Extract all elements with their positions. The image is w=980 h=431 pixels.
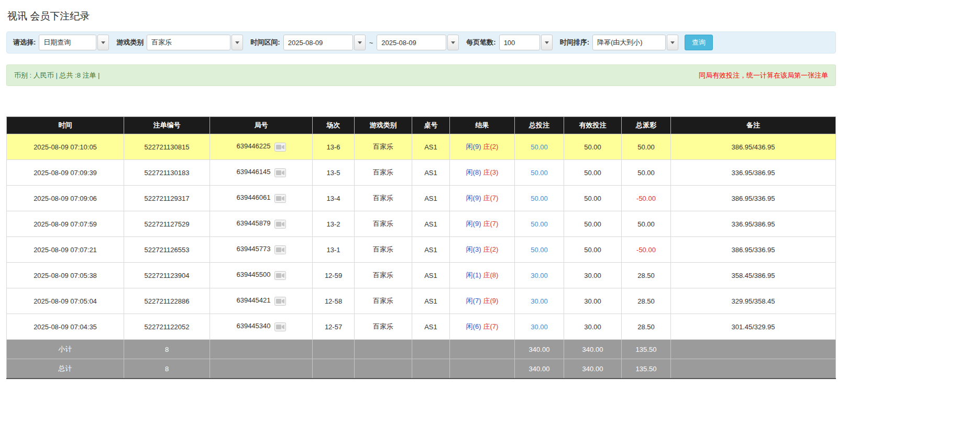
video-replay-icon[interactable]: [274, 297, 286, 306]
cell-valid-bet: 50.00: [564, 186, 622, 211]
cell-session: 13-1: [313, 237, 355, 263]
sort-order-combobox: [592, 35, 678, 50]
video-replay-icon[interactable]: [274, 322, 286, 331]
cell-bet-id: 522721122052: [124, 314, 210, 340]
round-id: 639445421: [236, 296, 270, 304]
round-id: 639446145: [236, 168, 270, 176]
col-header-game-type: 游戏类别: [355, 117, 412, 134]
cell-table-no: AS1: [412, 160, 450, 186]
cell-total-bet: 50.00: [515, 211, 564, 237]
date-from-input[interactable]: [283, 35, 353, 50]
cell-session: 12-59: [313, 263, 355, 288]
cell-bet-id: 522721126553: [124, 237, 210, 263]
total-total-bet: 340.00: [515, 359, 564, 379]
cell-bet-id: 522721123904: [124, 263, 210, 288]
cell-table-no: AS1: [412, 211, 450, 237]
total-valid-bet: 340.00: [564, 359, 622, 379]
dropdown-arrow-button[interactable]: [354, 35, 366, 50]
round-id: 639445500: [236, 271, 270, 278]
cell-total-bet: 50.00: [515, 186, 564, 211]
chevron-down-icon: [545, 41, 549, 44]
result-banker: 庄(8): [483, 271, 499, 279]
sort-order-label: 时间排序:: [560, 38, 589, 47]
date-query-select[interactable]: [39, 35, 96, 50]
game-type-select[interactable]: [147, 35, 230, 50]
cell-result: 闲(9)庄(7): [450, 186, 515, 211]
total-bet-link[interactable]: 50.00: [531, 246, 548, 254]
round-id: 639445879: [236, 219, 270, 227]
page-title: 视讯 会员下注纪录: [7, 9, 836, 23]
cell-note: 336.95/386.95: [671, 160, 836, 186]
date-to-input[interactable]: [377, 35, 446, 50]
total-bet-link[interactable]: 50.00: [531, 143, 548, 151]
date-to-combobox: [377, 35, 459, 50]
cell-game-type: 百家乐: [355, 186, 412, 211]
cell-table-no: AS1: [412, 237, 450, 263]
result-player: 闲(6): [466, 322, 481, 330]
video-replay-icon[interactable]: [274, 168, 286, 177]
cell-session: 13-4: [313, 186, 355, 211]
empty-cell: [210, 359, 313, 379]
cell-note: 386.95/336.95: [671, 186, 836, 211]
dropdown-arrow-button[interactable]: [97, 35, 109, 50]
empty-cell: [355, 359, 412, 379]
dropdown-arrow-button[interactable]: [667, 35, 678, 50]
col-header-note: 备注: [671, 117, 836, 134]
page-size-input[interactable]: [499, 35, 540, 50]
total-bet-link[interactable]: 30.00: [531, 272, 548, 279]
cell-payout: 28.50: [622, 288, 671, 314]
cell-result: 闲(6)庄(7): [450, 314, 515, 340]
video-replay-icon[interactable]: [274, 220, 286, 229]
table-header-row: 时间 注单编号 局号 场次 游戏类别 桌号 结果 总投注 有效投注 总派彩 备注: [7, 117, 836, 134]
page-size-combobox: [499, 35, 553, 50]
filter-bar: 请选择: 游戏类别 时间区间: ~ 每页笔数: 时间排序:: [6, 31, 836, 53]
video-replay-icon[interactable]: [274, 143, 286, 152]
result-banker: 庄(7): [483, 322, 499, 330]
cell-session: 13-2: [313, 211, 355, 237]
sort-order-select[interactable]: [592, 35, 666, 50]
total-bet-link[interactable]: 50.00: [531, 169, 548, 177]
total-bet-link[interactable]: 50.00: [531, 195, 548, 202]
cell-note: 386.95/436.95: [671, 134, 836, 160]
cell-bet-id: 522721129317: [124, 186, 210, 211]
cell-round-id: 639446145: [210, 160, 313, 186]
records-table: 时间 注单编号 局号 场次 游戏类别 桌号 结果 总投注 有效投注 总派彩 备注…: [6, 116, 836, 379]
page-size-label: 每页笔数:: [466, 38, 495, 47]
total-bet-link[interactable]: 30.00: [531, 297, 548, 305]
cell-result: 闲(9)庄(7): [450, 211, 515, 237]
cell-result: 闲(7)庄(9): [450, 288, 515, 314]
subtotal-payout: 135.50: [622, 340, 671, 359]
col-header-valid-bet: 有效投注: [564, 117, 622, 134]
video-replay-icon[interactable]: [274, 194, 286, 203]
subtotal-valid-bet: 340.00: [564, 340, 622, 359]
table-body: 2025-08-09 07:10:05 522721130815 6394462…: [7, 134, 836, 340]
total-label: 总计: [7, 359, 124, 379]
dropdown-arrow-button[interactable]: [447, 35, 459, 50]
search-button[interactable]: 查询: [685, 35, 713, 50]
chevron-down-icon: [451, 41, 455, 44]
cell-game-type: 百家乐: [355, 314, 412, 340]
video-replay-icon[interactable]: [274, 271, 286, 280]
date-range-separator: ~: [369, 39, 373, 47]
col-header-total-bet: 总投注: [515, 117, 564, 134]
cell-round-id: 639446061: [210, 186, 313, 211]
game-type-combobox: [147, 35, 243, 50]
cell-payout: 50.00: [622, 134, 671, 160]
cell-payout: 50.00: [622, 211, 671, 237]
total-bet-link[interactable]: 50.00: [531, 220, 548, 228]
table-row: 2025-08-09 07:05:04 522721122886 6394454…: [7, 288, 836, 314]
result-player: 闲(7): [466, 297, 481, 305]
total-bet-link[interactable]: 30.00: [531, 323, 548, 331]
dropdown-arrow-button[interactable]: [541, 35, 553, 50]
table-row: 2025-08-09 07:10:05 522721130815 6394462…: [7, 134, 836, 160]
cell-game-type: 百家乐: [355, 211, 412, 237]
total-payout: 135.50: [622, 359, 671, 379]
cell-game-type: 百家乐: [355, 160, 412, 186]
video-replay-icon[interactable]: [274, 245, 286, 254]
select-label: 请选择:: [13, 38, 36, 47]
cell-table-no: AS1: [412, 288, 450, 314]
cell-game-type: 百家乐: [355, 263, 412, 288]
dropdown-arrow-button[interactable]: [232, 35, 243, 50]
table-row: 2025-08-09 07:09:39 522721130183 6394461…: [7, 160, 836, 186]
cell-payout: 28.50: [622, 263, 671, 288]
